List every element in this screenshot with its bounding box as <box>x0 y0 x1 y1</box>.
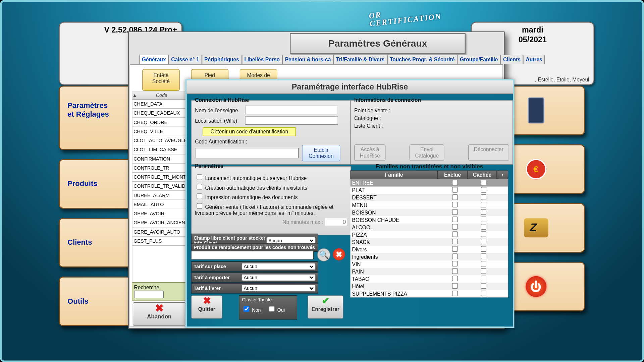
code-row[interactable]: GERE_AVOIR_AUTO <box>132 227 186 236</box>
chk-exclue[interactable] <box>452 261 458 266</box>
chk-lancement-auto[interactable] <box>197 174 202 180</box>
chk-exclue[interactable] <box>452 231 458 237</box>
code-row[interactable]: CHEQUE_CADEAUX <box>132 109 186 118</box>
chk-clavier-non[interactable] <box>244 306 249 312</box>
chk-exclue[interactable] <box>452 268 458 274</box>
code-list[interactable]: ▲Code CHEM_DATACHEQUE_CADEAUXCHEQ_ORDREC… <box>132 91 186 287</box>
chk-exclue[interactable] <box>452 290 458 296</box>
chk-cachee[interactable] <box>481 276 486 281</box>
chk-exclue[interactable] <box>452 239 458 244</box>
input-nb-minutes[interactable] <box>325 218 347 226</box>
chk-exclue[interactable] <box>452 253 458 259</box>
families-scroll-right[interactable]: › <box>497 171 508 179</box>
select-tarif-livrer[interactable]: Aucun <box>241 285 316 292</box>
input-code-auth[interactable] <box>195 148 299 158</box>
tab-groupe[interactable]: Groupe/Famille <box>457 55 500 64</box>
chk-exclue[interactable] <box>452 209 458 215</box>
family-row[interactable]: PAIN <box>350 268 508 275</box>
family-row[interactable]: PLAT <box>350 187 508 194</box>
select-tarif-place[interactable]: Aucun <box>241 263 316 270</box>
code-row[interactable]: CONFIRMATION <box>132 155 186 164</box>
code-row[interactable]: CONTROLE_TR <box>132 164 186 173</box>
families-body[interactable]: ENTREEPLATDESSERTMENUBOISSONBOISSON CHAU… <box>350 179 508 297</box>
chk-cachee[interactable] <box>481 239 486 244</box>
chk-exclue[interactable] <box>452 283 458 289</box>
input-enseigne[interactable] <box>245 106 338 114</box>
chk-exclue[interactable] <box>452 246 458 252</box>
chk-cachee[interactable] <box>481 246 486 252</box>
select-tarif-emporter[interactable]: Aucun <box>241 274 316 281</box>
family-row[interactable]: TABAC <box>350 275 508 283</box>
chk-exclue[interactable] <box>452 179 458 185</box>
chk-cachee[interactable] <box>481 201 486 207</box>
tab-caisse1[interactable]: Caisse n° 1 <box>169 55 202 64</box>
chk-cachee[interactable] <box>481 209 486 215</box>
chk-clavier-oui[interactable] <box>269 306 275 312</box>
family-row[interactable]: Hôtel <box>350 283 508 290</box>
tab-clients[interactable]: Clients <box>500 55 523 64</box>
btn-etablir-connexion[interactable]: Etablir Connexion <box>302 145 340 161</box>
code-row[interactable]: CHEM_DATA <box>132 100 186 109</box>
btn-obtenir-code[interactable]: Obtenir un code d'authentification <box>203 127 296 136</box>
recherche-input[interactable] <box>134 291 164 298</box>
chk-cachee[interactable] <box>481 194 486 200</box>
input-ville[interactable] <box>245 116 338 125</box>
btn-acces-hubrise[interactable]: Accès à HubRise <box>354 144 385 161</box>
family-row[interactable]: MENU <box>350 201 508 209</box>
chk-cachee[interactable] <box>481 283 486 289</box>
chk-exclue[interactable] <box>452 276 458 281</box>
family-row[interactable]: ALCOOL <box>350 224 508 231</box>
chk-impression-auto[interactable] <box>197 193 202 199</box>
family-row[interactable]: VIN <box>350 260 508 268</box>
chk-exclue[interactable] <box>452 194 458 200</box>
chk-generer-vente[interactable] <box>197 203 202 209</box>
chk-cachee[interactable] <box>481 261 486 266</box>
code-row[interactable]: CONTROLE_TR_MONTANT <box>132 173 186 182</box>
chk-cachee[interactable] <box>481 231 486 237</box>
chk-cachee[interactable] <box>481 268 486 274</box>
btn-enregistrer[interactable]: ✔ Enregistrer <box>308 295 343 319</box>
family-row[interactable]: SNACK <box>350 238 508 246</box>
family-row[interactable]: DESSERT <box>350 194 508 201</box>
delete-icon[interactable]: ✖ <box>333 248 345 260</box>
btn-quitter[interactable]: ✖ Quitter <box>191 295 222 319</box>
code-row[interactable]: CLOT_AUTO_AVEUGLE <box>132 136 186 145</box>
tab-libelles[interactable]: Libellés Perso <box>242 55 282 64</box>
abandon-button[interactable]: ✖ Abandon <box>133 302 186 326</box>
chk-cachee[interactable] <box>481 216 486 222</box>
tab-touches[interactable]: Touches Progr. & Sécurité <box>387 55 457 64</box>
tab-autres[interactable]: Autres <box>523 55 545 64</box>
btn-envoi-catalogue[interactable]: Envoi Catalogue <box>409 144 444 161</box>
tab-generaux[interactable]: Généraux <box>139 55 168 64</box>
code-row[interactable]: GERE_AVOIR_ANCIENS <box>132 218 186 227</box>
btn-deconnecter[interactable]: Déconnecter <box>468 144 509 161</box>
chk-cachee[interactable] <box>481 224 486 229</box>
chk-creation-clients[interactable] <box>197 184 202 190</box>
chk-exclue[interactable] <box>452 216 458 222</box>
family-row[interactable]: BOISSON <box>350 209 508 216</box>
chk-exclue[interactable] <box>452 224 458 229</box>
chk-cachee[interactable] <box>481 187 486 192</box>
tab-pension[interactable]: Pension & hors-ca <box>282 55 333 64</box>
code-row[interactable]: CLOT_LIM_CAISSE <box>132 145 186 154</box>
code-row[interactable]: GERE_AVOIR <box>132 209 186 218</box>
code-row[interactable]: CHEQ_ORDRE <box>132 118 186 127</box>
input-remplacement[interactable] <box>191 251 314 260</box>
chk-exclue[interactable] <box>452 187 458 192</box>
family-row[interactable]: PIZZA <box>350 231 508 238</box>
code-row[interactable]: DUREE_ALARM <box>132 191 186 200</box>
chk-cachee[interactable] <box>481 253 486 259</box>
family-row[interactable]: Ingredients <box>350 253 508 260</box>
tab-peripheriques[interactable]: Périphériques <box>202 55 241 64</box>
chk-cachee[interactable] <box>481 290 486 296</box>
code-row[interactable]: EMAIL_AUTO <box>132 200 186 209</box>
chk-exclue[interactable] <box>452 201 458 207</box>
code-row[interactable]: GEST_PLUS <box>132 237 186 246</box>
family-row[interactable]: SUPPLEMENTS PIZZA <box>350 290 508 297</box>
code-row[interactable]: CONTROLE_TR_VALIDITE <box>132 182 186 191</box>
search-icon[interactable]: 🔍 <box>317 248 330 261</box>
family-row[interactable]: ENTREE <box>350 179 508 186</box>
chk-cachee[interactable] <box>481 179 486 185</box>
family-row[interactable]: BOISSON CHAUDE <box>350 216 508 224</box>
ybtn-entete[interactable]: Entête Société <box>142 69 180 91</box>
